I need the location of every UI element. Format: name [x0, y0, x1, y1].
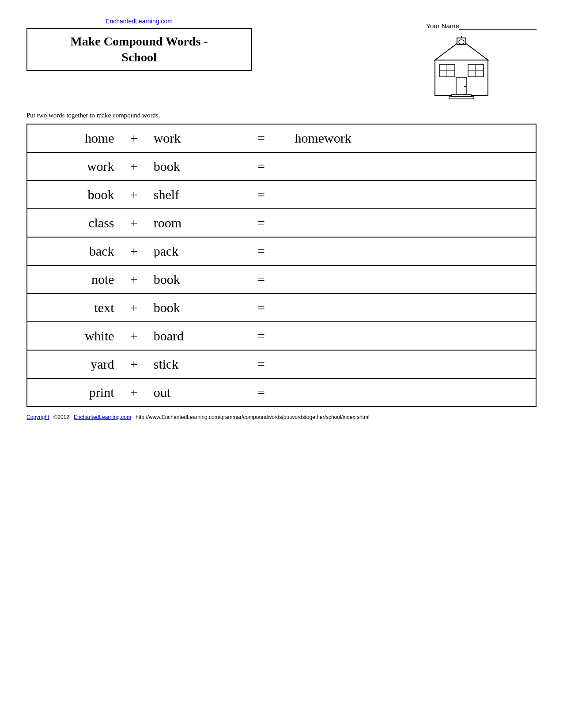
- word1-cell: home: [27, 124, 119, 152]
- equals-cell: =: [241, 322, 281, 350]
- word2-cell: room: [149, 209, 241, 237]
- answer-cell: [281, 294, 536, 322]
- table-row: work+book=: [27, 152, 536, 181]
- copyright-year: ©2012: [53, 414, 69, 420]
- plus-cell: +: [119, 237, 149, 265]
- word1-cell: work: [27, 152, 119, 181]
- word1-cell: text: [27, 294, 119, 322]
- answer-cell: [281, 181, 536, 209]
- equals-cell: =: [241, 294, 281, 322]
- word1-cell: print: [27, 378, 119, 407]
- footer: Copyright ©2012 EnchantedLearning.com ht…: [26, 414, 537, 420]
- word2-cell: stick: [149, 350, 241, 378]
- table-row: note+book=: [27, 265, 536, 294]
- word1-cell: note: [27, 265, 119, 294]
- word2-cell: out: [149, 378, 241, 407]
- school-illustration: [426, 36, 497, 102]
- table-row: text+book=: [27, 294, 536, 322]
- equals-cell: =: [241, 124, 281, 152]
- title-line2: School: [121, 50, 156, 64]
- enchanted-learning-link-bottom[interactable]: EnchantedLearning.com: [74, 414, 131, 420]
- answer-cell: [281, 322, 536, 350]
- plus-cell: +: [119, 152, 149, 181]
- copyright-link[interactable]: Copyright: [26, 414, 49, 420]
- answer-cell: homework: [281, 124, 536, 152]
- answer-cell: [281, 209, 536, 237]
- word2-cell: shelf: [149, 181, 241, 209]
- word2-cell: book: [149, 294, 241, 322]
- plus-cell: +: [119, 350, 149, 378]
- left-top: EnchantedLearning.com Make Compound Word…: [26, 18, 252, 71]
- title-line1: Make Compound Words -: [70, 34, 208, 48]
- word2-cell: work: [149, 124, 241, 152]
- equals-cell: =: [241, 237, 281, 265]
- word1-cell: class: [27, 209, 119, 237]
- plus-cell: +: [119, 378, 149, 407]
- word1-cell: yard: [27, 350, 119, 378]
- table-row: class+room=: [27, 209, 536, 237]
- word1-cell: back: [27, 237, 119, 265]
- your-name-label: Your Name_____________________: [426, 22, 537, 30]
- svg-point-3: [459, 40, 464, 44]
- table-row: book+shelf=: [27, 181, 536, 209]
- equals-cell: =: [241, 378, 281, 407]
- plus-cell: +: [119, 322, 149, 350]
- word2-cell: pack: [149, 237, 241, 265]
- table-row: back+pack=: [27, 237, 536, 265]
- plus-cell: +: [119, 265, 149, 294]
- equals-cell: =: [241, 209, 281, 237]
- compound-words-table: home+work=homeworkwork+book=book+shelf=c…: [26, 124, 537, 407]
- instructions-text: Put two words together to make compound …: [26, 112, 537, 119]
- plus-cell: +: [119, 294, 149, 322]
- word1-cell: book: [27, 181, 119, 209]
- title-text: Make Compound Words - School: [36, 34, 242, 66]
- title-box: Make Compound Words - School: [26, 28, 252, 71]
- answer-cell: [281, 237, 536, 265]
- top-section: EnchantedLearning.com Make Compound Word…: [26, 18, 537, 102]
- enchanted-learning-link-top[interactable]: EnchantedLearning.com: [26, 18, 252, 25]
- word2-cell: board: [149, 322, 241, 350]
- table-row: yard+stick=: [27, 350, 536, 378]
- footer-url: http://www.EnchantedLearning.com/grammar…: [136, 414, 370, 420]
- word2-cell: book: [149, 152, 241, 181]
- equals-cell: =: [241, 265, 281, 294]
- answer-cell: [281, 350, 536, 378]
- table-row: home+work=homework: [27, 124, 536, 152]
- table-row: white+board=: [27, 322, 536, 350]
- answer-cell: [281, 265, 536, 294]
- equals-cell: =: [241, 152, 281, 181]
- answer-cell: [281, 152, 536, 181]
- plus-cell: +: [119, 209, 149, 237]
- table-row: print+out=: [27, 378, 536, 407]
- answer-cell: [281, 378, 536, 407]
- equals-cell: =: [241, 181, 281, 209]
- word2-cell: book: [149, 265, 241, 294]
- svg-rect-14: [449, 97, 474, 99]
- plus-cell: +: [119, 181, 149, 209]
- equals-cell: =: [241, 350, 281, 378]
- svg-point-6: [464, 86, 466, 87]
- plus-cell: +: [119, 124, 149, 152]
- word1-cell: white: [27, 322, 119, 350]
- right-top: Your Name_____________________: [426, 18, 537, 102]
